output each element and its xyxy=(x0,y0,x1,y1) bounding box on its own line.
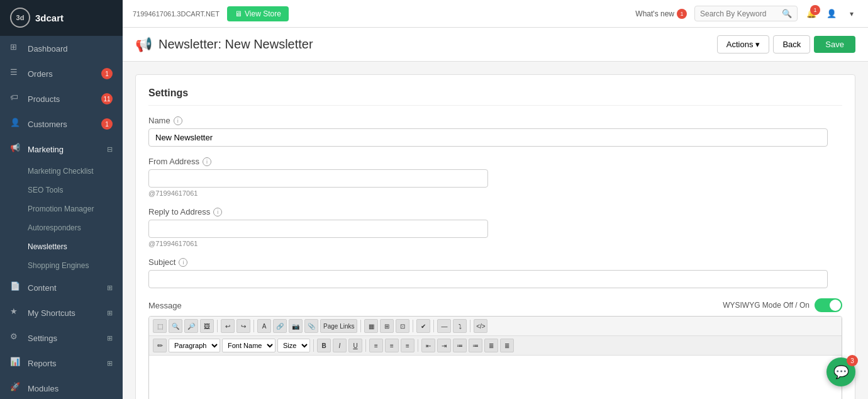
tb-sep8 xyxy=(365,339,366,352)
chat-badge: 3 xyxy=(847,355,858,366)
sidebar-subitem-autoresponders[interactable]: Autoresponders xyxy=(0,218,123,237)
reply-to-info-icon[interactable]: i xyxy=(213,208,222,216)
sidebar-subitem-shopping-engines[interactable]: Shopping Engines xyxy=(0,256,123,275)
from-address-input[interactable] xyxy=(148,169,488,188)
back-button[interactable]: Back xyxy=(773,35,810,53)
name-label: Name i xyxy=(148,116,842,125)
tb-indent-left[interactable]: ⇤ xyxy=(421,339,435,352)
sidebar-subitem-newsletters[interactable]: Newsletters xyxy=(0,237,123,256)
tb-indent-right[interactable]: ⇥ xyxy=(437,339,451,352)
tb-num-list[interactable]: ≔ xyxy=(469,339,482,352)
sidebar-item-settings[interactable]: ⚙ Settings ⊞ xyxy=(0,325,123,351)
sidebar-subitem-promotion-manager[interactable]: Promotion Manager xyxy=(0,200,123,218)
name-info-icon[interactable]: i xyxy=(174,116,182,125)
tb-color[interactable]: A xyxy=(257,319,271,333)
save-button[interactable]: Save xyxy=(814,36,855,53)
message-group: Message WYSIWYG Mode Off / On ⬚ 🔍 🔎 xyxy=(148,298,842,399)
name-input[interactable] xyxy=(148,128,828,147)
page-icon: 📢 xyxy=(135,37,152,53)
tb-format2[interactable]: ≣ xyxy=(500,339,514,352)
tb-pencil-icon[interactable]: ✏ xyxy=(153,339,167,352)
from-address-label: From Address i xyxy=(148,157,842,166)
dashboard-icon: ⊞ xyxy=(10,42,23,55)
modules-icon: 🚀 xyxy=(10,382,23,395)
sidebar-item-dashboard[interactable]: ⊞ Dashboard xyxy=(0,36,123,61)
from-address-info-icon[interactable]: i xyxy=(203,157,211,166)
tb-page-links[interactable]: Page Links xyxy=(320,319,357,333)
sidebar-label-shortcuts: My Shortcuts xyxy=(28,308,75,318)
chat-bubble[interactable]: 💬 3 xyxy=(826,357,855,386)
user-icon[interactable]: 👤 xyxy=(825,8,838,20)
search-icon[interactable]: 🔍 xyxy=(782,9,792,18)
logo-icon: 3d xyxy=(10,8,30,28)
sidebar-subitem-seo-tools[interactable]: SEO Tools xyxy=(0,181,123,200)
tb-underline[interactable]: U xyxy=(348,339,362,352)
customers-icon: 👤 xyxy=(10,118,23,130)
sidebar-item-products[interactable]: 🏷 Products 11 xyxy=(0,86,123,111)
tb-select-all[interactable]: ⬚ xyxy=(153,319,167,333)
marketing-icon: 📢 xyxy=(10,143,23,155)
tb-cols[interactable]: ⊞ xyxy=(380,319,394,333)
tb-zoom[interactable]: 🔍 xyxy=(169,319,182,333)
wysiwyg-editor[interactable] xyxy=(149,356,842,399)
tb-image[interactable]: 📷 xyxy=(289,319,303,333)
reply-to-input[interactable] xyxy=(148,220,488,238)
sidebar-item-marketing[interactable]: 📢 Marketing ⊟ xyxy=(0,137,123,162)
tb-find[interactable]: 🔎 xyxy=(184,319,198,333)
page-title: Newsletter: New Newsletter xyxy=(159,37,313,52)
notification-badge: 1 xyxy=(810,5,820,15)
tb-paragraph-select[interactable]: Paragraph xyxy=(169,339,220,352)
tb-format1[interactable]: ≣ xyxy=(484,339,498,352)
sidebar-item-shortcuts[interactable]: ★ My Shortcuts ⊞ xyxy=(0,300,123,325)
topbar-right: What's new 1 🔍 🔔 1 👤 ▾ xyxy=(635,6,858,21)
sidebar-item-orders[interactable]: ☰ Orders 1 xyxy=(0,61,123,86)
tb-image-mgr[interactable]: 🖼 xyxy=(200,319,214,333)
tb-file[interactable]: 📎 xyxy=(304,319,318,333)
tb-table[interactable]: ▦ xyxy=(364,319,378,333)
subject-group: Subject i xyxy=(148,257,842,288)
whats-new-label: What's new xyxy=(635,9,674,18)
tb-undo[interactable]: ↩ xyxy=(221,319,235,333)
tb-bullet-list[interactable]: ≔ xyxy=(453,339,467,352)
tb-align-left[interactable]: ≡ xyxy=(369,339,383,352)
tb-spell[interactable]: ✔ xyxy=(416,319,430,333)
sidebar-subitem-marketing-checklist[interactable]: Marketing Checklist xyxy=(0,162,123,181)
sidebar-label-settings: Settings xyxy=(28,334,57,343)
customers-badge: 1 xyxy=(101,118,113,130)
actions-button[interactable]: Actions ▾ xyxy=(717,35,770,53)
tb-align-right[interactable]: ≡ xyxy=(401,339,415,352)
search-input[interactable] xyxy=(700,9,782,18)
tb-merge[interactable]: ⊡ xyxy=(396,319,409,333)
wysiwyg-header: Message WYSIWYG Mode Off / On xyxy=(148,298,842,312)
tb-insert[interactable]: ⤵ xyxy=(453,319,467,333)
tb-sep7 xyxy=(313,339,314,352)
tb-font-select[interactable]: Font Name xyxy=(222,339,275,352)
content-area: Settings Name i From Address i @71994617… xyxy=(123,62,868,399)
subject-info-icon[interactable]: i xyxy=(179,258,187,267)
sidebar-label-orders: Orders xyxy=(28,69,53,79)
tb-code[interactable]: </> xyxy=(474,319,487,333)
subject-input[interactable] xyxy=(148,270,828,288)
account-label[interactable]: ▾ xyxy=(845,8,858,20)
tb-sep4 xyxy=(413,320,413,332)
tb-align-center[interactable]: ≡ xyxy=(385,339,399,352)
tb-italic[interactable]: I xyxy=(333,339,347,352)
wysiwyg-toggle[interactable] xyxy=(815,298,842,312)
sidebar-item-modules[interactable]: 🚀 Modules xyxy=(0,376,123,399)
tb-size-select[interactable]: Size xyxy=(277,339,310,352)
products-badge: 11 xyxy=(101,93,113,104)
whats-new-link[interactable]: What's new 1 xyxy=(635,9,687,19)
settings-card: Settings Name i From Address i @71994617… xyxy=(135,74,855,399)
search-box: 🔍 xyxy=(694,6,798,21)
sidebar-label-reports: Reports xyxy=(28,359,57,368)
sidebar-item-content[interactable]: 📄 Content ⊞ xyxy=(0,275,123,300)
tb-link[interactable]: 🔗 xyxy=(273,319,287,333)
tb-line[interactable]: — xyxy=(437,319,451,333)
settings-heading: Settings xyxy=(148,87,842,106)
view-store-button[interactable]: 🖥 View Store xyxy=(227,6,289,21)
tb-bold[interactable]: B xyxy=(317,339,331,352)
tb-redo[interactable]: ↪ xyxy=(236,319,250,333)
notification-icon[interactable]: 🔔 1 xyxy=(805,8,818,20)
sidebar-item-reports[interactable]: 📊 Reports ⊞ xyxy=(0,351,123,376)
sidebar-item-customers[interactable]: 👤 Customers 1 xyxy=(0,111,123,137)
